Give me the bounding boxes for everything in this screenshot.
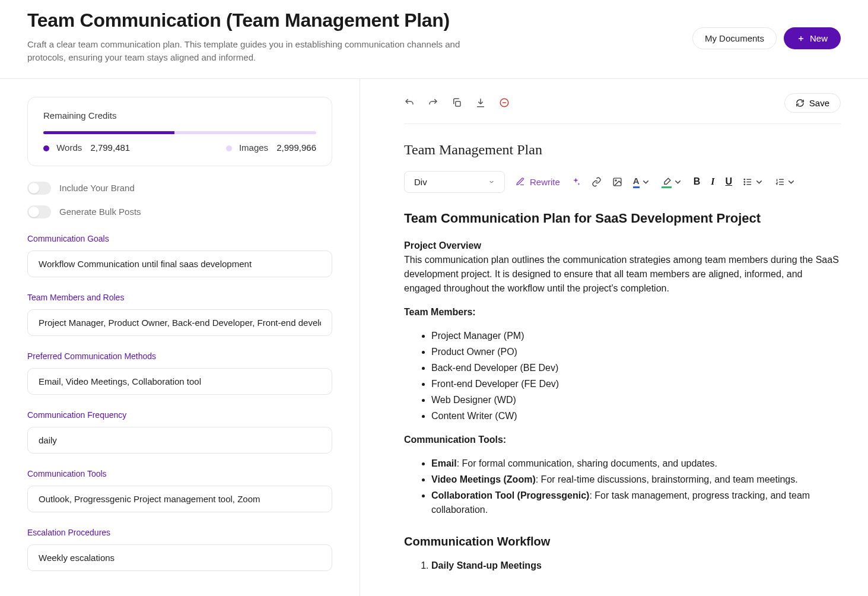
list-item: Collaboration Tool (Progressgenic): For …	[431, 489, 841, 517]
label-escalation: Escalation Procedures	[27, 528, 332, 537]
header-actions: My Documents New	[692, 27, 841, 49]
list-item: Project Manager (PM)	[431, 329, 841, 343]
document-heading: Team Management Plan	[404, 142, 841, 158]
chevron-down-icon	[641, 177, 651, 187]
toggle-bulk-posts[interactable]	[27, 205, 51, 218]
redo-icon[interactable]	[428, 97, 438, 108]
list-item: Back-end Developer (BE Dev)	[431, 361, 841, 375]
input-escalation[interactable]	[27, 544, 332, 571]
list-item: Email: For formal communication, sharing…	[431, 456, 841, 471]
list-item: Front-end Developer (FE Dev)	[431, 377, 841, 391]
credits-progress-bar	[43, 131, 174, 134]
numbered-list-icon[interactable]	[775, 177, 796, 187]
svg-point-12	[744, 184, 745, 185]
label-frequency: Communication Frequency	[27, 410, 332, 420]
input-methods[interactable]	[27, 368, 332, 395]
header-left: Team Communication (Team Management Plan…	[27, 8, 478, 64]
images-label: Images	[239, 142, 268, 153]
list-item: Video Meetings (Zoom): For real-time dis…	[431, 473, 841, 487]
project-overview: Project Overview This communication plan…	[404, 239, 841, 296]
bullet-list-icon[interactable]	[743, 177, 764, 187]
svg-point-6	[615, 179, 616, 180]
editor-toolbar-top: Save	[404, 93, 841, 124]
credits-images: Images 2,999,966	[226, 142, 316, 153]
rewrite-label: Rewrite	[530, 177, 560, 187]
words-value: 2,799,481	[90, 142, 130, 153]
save-button[interactable]: Save	[784, 93, 841, 113]
refresh-icon	[796, 99, 805, 107]
new-button-label: New	[810, 33, 828, 43]
toggle-bulk-label: Generate Bulk Posts	[59, 207, 141, 217]
pen-icon	[516, 177, 525, 186]
field-tools: Communication Tools	[27, 469, 332, 512]
credits-progress	[43, 131, 316, 134]
credits-title: Remaining Credits	[43, 110, 316, 121]
field-goals: Communication Goals	[27, 234, 332, 277]
bold-button[interactable]: B	[694, 176, 701, 187]
highlight-color-icon[interactable]	[662, 176, 683, 188]
input-members[interactable]	[27, 309, 332, 336]
document-body[interactable]: Team Communication Plan for SaaS Develop…	[404, 208, 841, 573]
rewrite-button[interactable]: Rewrite	[516, 177, 560, 187]
chevron-down-icon	[488, 179, 495, 185]
underline-button[interactable]: U	[726, 176, 733, 187]
svg-rect-2	[456, 102, 460, 106]
list-item: Web Designer (WD)	[431, 393, 841, 407]
label-members: Team Members and Roles	[27, 293, 332, 302]
toggle-brand-row: Include Your Brand	[27, 182, 332, 195]
italic-button[interactable]: I	[711, 176, 714, 187]
chevron-down-icon	[673, 177, 683, 187]
images-value: 2,999,966	[276, 142, 316, 153]
list-item: Product Owner (PO)	[431, 345, 841, 359]
input-frequency[interactable]	[27, 427, 332, 454]
input-goals[interactable]	[27, 251, 332, 277]
credits-row: Words 2,799,481 Images 2,999,966	[43, 142, 316, 153]
doc-main-title: Team Communication Plan for SaaS Develop…	[404, 208, 841, 228]
new-button[interactable]: New	[784, 27, 841, 49]
toggle-include-brand[interactable]	[27, 182, 51, 195]
my-documents-button[interactable]: My Documents	[692, 27, 777, 49]
copy-icon[interactable]	[452, 97, 462, 108]
formatting-toolbar: Div Rewrite A B I U	[404, 171, 841, 193]
words-label: Words	[56, 142, 82, 153]
label-methods: Preferred Communication Methods	[27, 351, 332, 361]
block-type-select[interactable]: Div	[404, 171, 505, 193]
remove-icon[interactable]	[499, 97, 510, 108]
editor-panel: Save Team Management Plan Div Rewrite A	[360, 79, 868, 597]
page-title: Team Communication (Team Management Plan…	[27, 8, 478, 32]
toolbar-left-group	[404, 97, 510, 108]
form-sidebar: Remaining Credits Words 2,799,481 Images…	[0, 79, 360, 597]
block-type-label: Div	[414, 177, 427, 187]
overview-label: Project Overview	[404, 240, 481, 251]
image-icon[interactable]	[612, 177, 622, 187]
download-icon[interactable]	[475, 97, 486, 108]
plus-icon	[797, 34, 805, 43]
svg-point-10	[744, 179, 745, 179]
tools-list: Email: For formal communication, sharing…	[404, 456, 841, 517]
tools-label: Communication Tools:	[404, 433, 841, 447]
dot-icon	[226, 145, 232, 151]
svg-point-11	[744, 181, 745, 182]
credits-card: Remaining Credits Words 2,799,481 Images…	[27, 97, 332, 166]
page-header: Team Communication (Team Management Plan…	[0, 0, 868, 79]
field-members: Team Members and Roles	[27, 293, 332, 336]
main-layout: Remaining Credits Words 2,799,481 Images…	[0, 79, 868, 597]
chevron-down-icon	[754, 177, 764, 187]
sparkle-icon[interactable]	[571, 177, 581, 187]
link-icon[interactable]	[592, 177, 602, 187]
text-color-icon[interactable]: A	[633, 176, 651, 188]
undo-icon[interactable]	[404, 97, 415, 108]
chevron-down-icon	[786, 177, 796, 187]
toggle-bulk-row: Generate Bulk Posts	[27, 205, 332, 218]
input-tools[interactable]	[27, 486, 332, 512]
dot-icon	[43, 145, 49, 151]
overview-text: This communication plan outlines the com…	[404, 255, 839, 293]
field-escalation: Escalation Procedures	[27, 528, 332, 571]
toggle-brand-label: Include Your Brand	[59, 183, 135, 193]
field-frequency: Communication Frequency	[27, 410, 332, 454]
list-item: Content Writer (CW)	[431, 409, 841, 423]
workflow-title: Communication Workflow	[404, 532, 841, 550]
save-label: Save	[809, 98, 829, 108]
field-methods: Preferred Communication Methods	[27, 351, 332, 395]
label-goals: Communication Goals	[27, 234, 332, 243]
